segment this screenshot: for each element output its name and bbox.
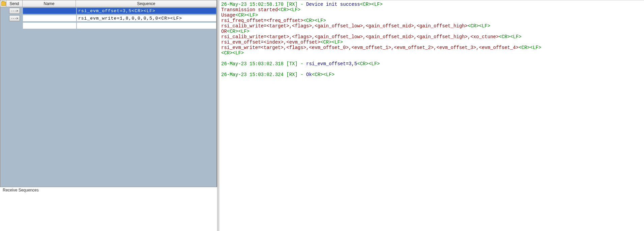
col-header-icon[interactable] (0, 0, 6, 7)
row-send-cell (6, 25, 23, 26)
log-line: 26-May-23 15:02:58.170 [RX] - Device ini… (221, 2, 642, 7)
log-line: Transmission started<CR><LF> (221, 7, 642, 12)
log-line: Usage<CR><LF> (221, 12, 642, 18)
row-sequence-cell[interactable] (77, 23, 216, 29)
log-line: <CR><LF> (221, 50, 642, 56)
receive-sequences-label: Receive Sequences (3, 188, 39, 192)
send-button[interactable]: ---> (9, 15, 20, 21)
table-row[interactable]: --->rsi_evm_write=1,8,0,0,0,5,0<CR><LF> (0, 15, 216, 22)
row-name-cell[interactable] (23, 23, 76, 29)
log-line: 26-May-23 15:03:02.324 [RX] - Ok<CR><LF> (221, 72, 642, 77)
row-sequence-cell[interactable]: rsi_evm_write=1,8,0,0,0,5,0<CR><LF> (77, 15, 216, 21)
row-send-cell: ---> (6, 7, 23, 14)
log-line: rsi_calib_write=<target>,<flags>,<gain_o… (221, 34, 642, 40)
table-row[interactable] (0, 22, 216, 29)
row-send-cell: ---> (6, 15, 23, 22)
send-button[interactable]: ---> (9, 8, 20, 14)
log-line: rsi_evm_offset=<index>,<evm_offset><CR><… (221, 40, 642, 45)
table-header: Send Name Sequence (0, 0, 216, 7)
log-line: OR<CR><LF> (221, 29, 642, 34)
log-line: rsi_calib_write=<target>,<flags>,<gain_o… (221, 23, 642, 29)
log-line (221, 67, 642, 72)
log-line (221, 56, 642, 61)
log-line: rsi_freq_offset=<freq_offset><CR><LF> (221, 18, 642, 23)
col-header-send[interactable]: Send (6, 0, 23, 7)
table-body: --->rsi_evm_offset=3,5<CR><LF>--->rsi_ev… (0, 7, 216, 187)
sequence-panel: Send Name Sequence --->rsi_evm_offset=3,… (0, 0, 217, 187)
folder-icon[interactable] (1, 2, 6, 6)
log-line: rsi_evm_write=<target>,<flags>,<evm_offs… (221, 45, 642, 50)
col-header-name[interactable]: Name (23, 0, 76, 7)
log-panel[interactable]: 26-May-23 15:02:58.170 [RX] - Device ini… (219, 0, 644, 231)
table-row[interactable]: --->rsi_evm_offset=3,5<CR><LF> (0, 7, 216, 15)
row-name-cell[interactable] (23, 8, 76, 14)
col-header-sequence[interactable]: Sequence (76, 0, 216, 7)
row-sequence-cell[interactable]: rsi_evm_offset=3,5<CR><LF> (77, 8, 216, 14)
row-name-cell[interactable] (23, 15, 76, 21)
log-line: 26-May-23 15:03:02.318 [TX] - rsi_evm_of… (221, 61, 642, 67)
